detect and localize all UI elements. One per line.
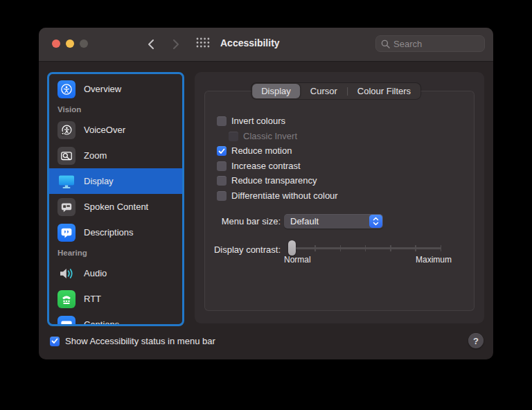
show-all-button[interactable] <box>195 37 211 49</box>
chevron-right-icon <box>172 39 180 50</box>
checkbox-row-invert-colours[interactable]: Invert colours <box>217 116 338 126</box>
show-accessibility-status-row[interactable]: Show Accessibility status in menu bar <box>50 336 215 346</box>
checkbox-label: Invert colours <box>231 116 285 126</box>
menu-bar-size-label: Menu bar size: <box>195 216 281 226</box>
sidebar-section-vision: Vision <box>49 102 182 117</box>
display-contrast-slider[interactable] <box>290 243 441 253</box>
spoken-content-icon <box>57 198 76 216</box>
sidebar-item-label: Zoom <box>84 150 107 161</box>
help-button[interactable]: ? <box>468 333 484 348</box>
search-icon <box>381 39 390 48</box>
show-accessibility-status-checkbox[interactable] <box>50 337 60 346</box>
slider-min-label: Normal <box>284 255 311 265</box>
chevron-left-icon <box>147 39 155 50</box>
tab-colour-filters[interactable]: Colour Filters <box>348 83 420 99</box>
checkbox-label: Differentiate without colour <box>231 191 338 201</box>
checkbox-label: Reduce transparency <box>231 176 317 186</box>
minimize-window-button[interactable] <box>66 39 74 48</box>
checkbox-label: Increase contrast <box>231 161 301 171</box>
reduce-transparency-checkbox[interactable] <box>217 176 227 186</box>
invert-colours-checkbox[interactable] <box>217 116 227 126</box>
sidebar-item-captions[interactable]: Captions <box>49 312 182 326</box>
search-input[interactable]: Search <box>375 35 485 52</box>
zoom-icon <box>57 147 76 165</box>
tab-display[interactable]: Display <box>252 84 300 98</box>
checkbox-row-increase-contrast[interactable]: Increase contrast <box>217 161 338 171</box>
display-checkbox-list: Invert colours Classic Invert Reduce mot… <box>217 116 338 206</box>
tab-cursor[interactable]: Cursor <box>301 83 347 99</box>
back-button[interactable] <box>143 36 159 53</box>
differentiate-without-colour-checkbox[interactable] <box>217 191 227 201</box>
sidebar-item-label: Captions <box>84 319 119 326</box>
sidebar-item-audio[interactable]: Audio <box>49 260 182 286</box>
reduce-motion-checkbox[interactable] <box>217 146 227 156</box>
checkbox-row-classic-invert: Classic Invert <box>229 132 338 141</box>
sidebar-item-label: RTT <box>84 294 101 304</box>
close-window-button[interactable] <box>52 39 60 48</box>
sidebar-section-hearing: Hearing <box>49 245 182 260</box>
checkbox-label: Classic Invert <box>243 132 297 141</box>
zoom-window-button-disabled <box>80 39 88 48</box>
sidebar-item-rtt[interactable]: RTT <box>49 286 182 312</box>
sidebar-item-label: VoiceOver <box>84 125 125 135</box>
classic-invert-checkbox <box>229 132 238 141</box>
sidebar-item-spoken-content[interactable]: Spoken Content <box>49 194 182 220</box>
checkbox-row-differentiate-without-colour[interactable]: Differentiate without colour <box>217 191 338 201</box>
sidebar-item-label: Spoken Content <box>84 202 148 212</box>
menu-bar-size-popup[interactable]: Default <box>284 214 383 229</box>
search-placeholder: Search <box>393 39 422 49</box>
checkbox-label: Reduce motion <box>231 146 292 156</box>
slider-range-labels: Normal Maximum <box>284 255 452 265</box>
tab-bar: Display Cursor Colour Filters <box>251 83 420 99</box>
rtt-phone-icon <box>57 290 76 308</box>
popup-chevrons-cap <box>369 215 382 228</box>
sidebar-item-label: Audio <box>84 268 107 278</box>
question-mark-icon: ? <box>473 336 479 346</box>
sidebar-item-label: Display <box>84 176 114 186</box>
footer-checkbox-label: Show Accessibility status in menu bar <box>65 336 215 346</box>
sidebar-item-label: Descriptions <box>84 227 134 238</box>
display-contrast-label: Display contrast: <box>195 244 281 255</box>
sidebar: Overview Vision VoiceOver <box>47 72 184 326</box>
descriptions-icon <box>57 224 76 242</box>
page-title: Accessibility <box>220 37 280 48</box>
checkbox-row-reduce-motion[interactable]: Reduce motion <box>217 146 338 156</box>
sidebar-item-overview[interactable]: Overview <box>49 76 182 102</box>
checkbox-row-reduce-transparency[interactable]: Reduce transparency <box>217 176 338 186</box>
sidebar-item-zoom[interactable]: Zoom <box>49 143 182 168</box>
grid-icon <box>195 37 211 49</box>
display-icon <box>57 172 76 190</box>
voiceover-icon <box>57 121 76 139</box>
title-bar: Accessibility Search <box>39 28 493 62</box>
preferences-window: Accessibility Search Overview Vision <box>39 28 493 359</box>
up-down-chevrons-icon <box>372 217 380 226</box>
sidebar-item-voiceover[interactable]: VoiceOver <box>49 117 182 143</box>
traffic-lights <box>52 39 88 48</box>
slider-ticks <box>290 245 441 251</box>
sidebar-item-display[interactable]: Display <box>49 168 182 194</box>
display-settings-panel: Display Cursor Colour Filters Invert col… <box>195 72 484 323</box>
slider-knob[interactable] <box>288 240 296 256</box>
forward-button-disabled <box>168 36 184 53</box>
increase-contrast-checkbox[interactable] <box>217 161 227 171</box>
check-icon <box>51 338 58 344</box>
captions-icon <box>57 316 76 327</box>
slider-max-label: Maximum <box>416 255 452 265</box>
accessibility-overview-icon <box>57 80 76 98</box>
audio-speaker-icon <box>57 265 76 283</box>
popup-selected-value: Default <box>284 216 369 226</box>
sidebar-item-label: Overview <box>84 84 121 94</box>
check-icon <box>218 148 225 154</box>
sidebar-item-descriptions[interactable]: Descriptions <box>49 220 182 245</box>
